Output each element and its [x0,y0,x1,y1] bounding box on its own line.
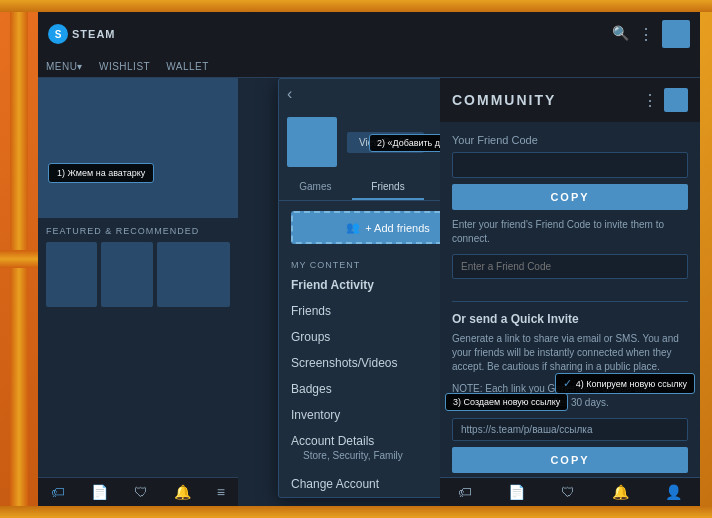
enter-friend-code-input[interactable] [452,254,688,279]
header-avatar[interactable] [662,20,690,48]
gift-bottom-border [0,506,712,518]
menu-item-change-account[interactable]: Change Account [279,471,440,497]
right-nav-doc-icon[interactable]: 📄 [508,484,525,500]
tooltip-add-friends: 2) «Добавить друзей» [369,134,440,152]
menu-item-friends[interactable]: Friends [279,298,440,324]
friend-code-label: Your Friend Code [452,134,688,146]
copy-friend-code-button[interactable]: COPY [452,184,688,210]
nav-menu-icon[interactable]: ≡ [217,484,225,500]
nav-tabs: MENU▾ WISHLIST WALLET [38,56,700,78]
main-content: S STEAM 🔍 ⋮ MENU▾ WISHLIST WALLET 1) Жме… [38,12,700,506]
profile-dropdown: ‹ View Profile 2) «Добавить друзей» Game… [278,78,440,498]
menu-item-inventory[interactable]: Inventory [279,402,440,428]
body-area: 1) Жмем на аватарку FEATURED & RECOMMEND… [38,78,700,506]
account-label: Account Details [291,434,415,448]
checkmark-icon: ✓ [563,377,572,390]
dropdown-tabs: Games Friends Wallet [279,175,440,201]
dropdown-avatar[interactable] [287,117,337,167]
tab-wallet[interactable]: WALLET [158,56,217,77]
steam-logo-icon: S [48,24,68,44]
community-header-right: ⋮ [642,88,688,112]
tooltip-generate-link: 3) Создаем новую ссылку [445,393,568,411]
menu-item-account[interactable]: Account Details Store, Security, Family … [279,428,440,471]
divider [452,301,688,302]
bottom-nav-left: 🏷 📄 🛡 🔔 ≡ [38,477,238,506]
gift-left-border [0,0,38,518]
community-header: COMMUNITY ⋮ [440,78,700,122]
right-panel: COMMUNITY ⋮ Your Friend Code COPY Enter … [440,78,700,506]
search-icon[interactable]: 🔍 [612,25,630,43]
tab-games[interactable]: Games [279,175,352,200]
tab-wallet[interactable]: Wallet [424,175,440,200]
quick-invite-title: Or send a Quick Invite [452,312,688,326]
account-label-group: Account Details Store, Security, Family [291,434,415,465]
nav-tag-icon[interactable]: 🏷 [51,484,65,500]
steam-header: S STEAM 🔍 ⋮ [38,12,700,56]
gift-ribbon-horizontal [0,250,38,268]
tooltip3-text: 4) Копируем новую ссылку [576,379,687,389]
back-button[interactable]: ‹ [279,79,440,109]
menu-item-groups[interactable]: Groups [279,324,440,350]
menu-item-friend-activity[interactable]: Friend Activity [279,272,440,298]
tab-friends[interactable]: Friends [352,175,425,200]
quick-invite-text: Generate a link to share via email or SM… [452,332,688,374]
community-avatar[interactable] [664,88,688,112]
add-friends-button[interactable]: 👥 + Add friends [291,211,440,244]
nav-shield-icon[interactable]: 🛡 [134,484,148,500]
nav-bell-icon[interactable]: 🔔 [174,484,191,500]
bottom-nav-right: 🏷 📄 🛡 🔔 👤 [440,477,700,506]
friend-code-input[interactable] [452,152,688,178]
right-nav-tag-icon[interactable]: 🏷 [458,484,472,500]
right-nav-bell-icon[interactable]: 🔔 [612,484,629,500]
tab-menu[interactable]: MENU▾ [38,56,91,77]
invite-description: Enter your friend's Friend Code to invit… [452,218,688,246]
steam-logo: S STEAM [48,24,116,44]
tooltip-avatar: 1) Жмем на аватарку [48,163,154,183]
copy-link-button[interactable]: COPY [452,447,688,473]
gift-right-border [700,0,712,518]
tab-wishlist[interactable]: WISHLIST [91,56,158,77]
featured-item-1[interactable] [46,242,97,307]
center-panel: steamgifts ‹ View Profile 2) «Добавить д… [238,78,440,506]
right-nav-shield-icon[interactable]: 🛡 [561,484,575,500]
my-content-label: MY CONTENT [279,254,440,272]
gift-top-border [0,0,712,12]
nav-doc-icon[interactable]: 📄 [91,484,108,500]
right-nav-user-icon[interactable]: 👤 [665,484,682,500]
featured-label: FEATURED & RECOMMENDED [46,226,230,236]
menu-item-badges[interactable]: Badges [279,376,440,402]
add-friends-icon: 👥 [346,221,360,234]
user-banner: 1) Жмем на аватарку [38,78,238,218]
menu-item-screenshots[interactable]: Screenshots/Videos [279,350,440,376]
account-sub: Store, Security, Family [291,448,415,465]
tooltip-copy-link: ✓ 4) Копируем новую ссылку [555,373,695,394]
community-body: Your Friend Code COPY Enter your friend'… [440,122,700,506]
more-options-icon[interactable]: ⋮ [638,25,654,44]
featured-item-2[interactable] [101,242,152,307]
community-options-icon[interactable]: ⋮ [642,91,658,110]
community-title: COMMUNITY [452,92,556,108]
left-panel: 1) Жмем на аватарку FEATURED & RECOMMEND… [38,78,238,506]
featured-section: FEATURED & RECOMMENDED [38,218,238,315]
steam-logo-text: STEAM [72,28,116,40]
featured-items [46,242,230,307]
add-friends-label: + Add friends [365,222,430,234]
featured-item-3[interactable] [157,242,230,307]
invite-link-input[interactable] [452,418,688,441]
